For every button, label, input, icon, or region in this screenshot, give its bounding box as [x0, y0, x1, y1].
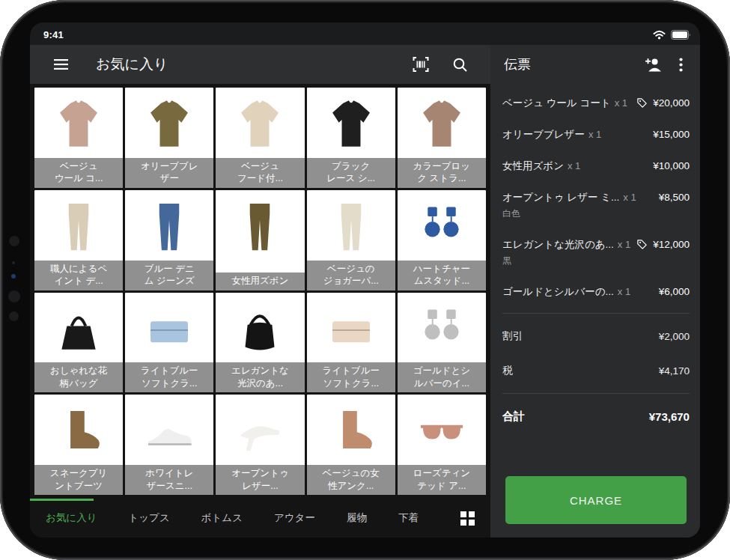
item-quantity: x 1 — [623, 192, 636, 203]
charge-button[interactable]: CHARGE — [505, 476, 687, 524]
add-customer-icon[interactable] — [640, 52, 666, 77]
tab-5[interactable]: 下着 — [383, 511, 434, 525]
wifi-icon — [653, 30, 666, 40]
lace-shirt-icon — [322, 94, 380, 154]
item-price: ¥6,000 — [659, 286, 690, 297]
item-name: 女性用ズボンx 1 — [502, 159, 647, 173]
item-quantity: x 1 — [568, 160, 580, 171]
ticket-title: 伝票 — [504, 55, 640, 73]
product-tile[interactable]: オープントゥ レザー... — [216, 395, 304, 495]
tab-3[interactable]: アウター — [258, 511, 331, 525]
item-name: オリーブブレザーx 1 — [502, 128, 647, 141]
ticket-item[interactable]: エレガントな光沢のあ...x 1黒¥12,000 — [502, 229, 690, 276]
discount-label: 割引 — [502, 329, 523, 343]
item-name: エレガントな光沢のあ...x 1 — [502, 238, 630, 252]
item-variant: 黒 — [502, 255, 630, 267]
product-label: カラーブロッ ク ストラ... — [398, 158, 486, 188]
tag-icon — [636, 239, 648, 250]
product-tile[interactable]: ブラック レース シ... — [307, 88, 395, 188]
catalog-section: お気に入り — [30, 45, 490, 538]
item-price: ¥15,000 — [653, 129, 690, 140]
product-tile[interactable]: ベージュの女 性アンク... — [307, 395, 395, 495]
product-tile[interactable]: ベージュの ジョガーパ... — [307, 190, 395, 290]
item-name: オープントゥ レザー ミ...x 1 — [502, 191, 653, 204]
product-tile[interactable]: ライトブルー ソフトクラ... — [307, 293, 395, 393]
ticket-items: ベージュ ウール コートx 1¥20,000オリーブブレザーx 1¥15,000… — [490, 84, 700, 308]
product-label: おしゃれな花 柄バッグ — [34, 362, 123, 392]
product-tile[interactable]: ベージュ ウール コ... — [34, 88, 123, 188]
overflow-menu-icon[interactable] — [669, 52, 694, 77]
ticket-item[interactable]: オリーブブレザーx 1¥15,000 — [502, 119, 690, 150]
page-title: お気に入り — [96, 55, 168, 74]
discount-row[interactable]: 割引 ¥2,000 — [490, 319, 700, 353]
ticket-panel: 伝票 — [490, 45, 700, 538]
floral-bag-icon — [49, 299, 108, 359]
tab-favorites[interactable]: お気に入り — [30, 511, 112, 525]
ipad-mockup: 9:41 — [0, 0, 730, 560]
product-tile[interactable]: ブルー デニ ム ジーンズ — [125, 190, 213, 290]
product-tile[interactable]: 女性用ズボン — [216, 190, 304, 290]
ticket-item[interactable]: ゴールドとシルバーの...x 1¥6,000 — [502, 276, 690, 308]
sensor-dot-2 — [9, 311, 19, 321]
menu-button[interactable] — [48, 52, 73, 77]
product-tile[interactable]: オリーブブレ ザー — [125, 88, 213, 188]
tab-1[interactable]: トップス — [112, 511, 185, 525]
tab-2[interactable]: ボトムス — [186, 511, 258, 525]
joggers-icon — [322, 197, 380, 257]
search-icon[interactable] — [447, 52, 472, 77]
mule-icon — [231, 402, 289, 462]
sunglasses-icon — [413, 402, 471, 462]
item-price: ¥12,000 — [653, 239, 690, 250]
soft-clutch-icon — [322, 299, 380, 359]
product-label: ホワイトレ ザースニ... — [125, 465, 213, 495]
tag-icon — [636, 97, 648, 109]
product-tile[interactable]: ゴールドとシ ルバーのイ... — [398, 293, 486, 393]
ticket-item[interactable]: オープントゥ レザー ミ...x 1白色¥8,500 — [502, 182, 690, 229]
total-label: 合計 — [502, 410, 525, 424]
hoop-earrings-icon — [413, 299, 471, 359]
product-tile[interactable]: ベージュ フード付... — [216, 88, 304, 188]
front-camera-lens — [8, 290, 20, 302]
ticket-item[interactable]: 女性用ズボンx 1¥10,000 — [502, 150, 690, 182]
grid-view-icon[interactable] — [454, 505, 480, 531]
product-label: オリーブブレ ザー — [125, 158, 213, 188]
item-quantity: x 1 — [618, 286, 630, 297]
product-tile[interactable]: ホワイトレ ザースニ... — [125, 395, 213, 495]
item-quantity: x 1 — [615, 97, 627, 109]
total-row: 合計 ¥73,670 — [490, 399, 700, 434]
bucket-bag-icon — [231, 299, 289, 359]
product-tile[interactable]: カラーブロッ ク ストラ... — [398, 88, 486, 188]
tax-label: 税 — [502, 364, 513, 377]
sweater-icon — [413, 94, 471, 154]
product-label: ベージュ フード付... — [216, 158, 304, 188]
barcode-scan-button[interactable] — [408, 52, 434, 77]
snake-boots-icon — [49, 402, 108, 462]
product-tile[interactable]: おしゃれな花 柄バッグ — [34, 293, 123, 393]
sneaker-icon — [140, 402, 198, 462]
tax-row[interactable]: 税 ¥4,170 — [490, 353, 700, 388]
sensor-dot — [12, 261, 15, 264]
product-label: エレガントな 光沢のあ... — [216, 362, 304, 392]
product-label: スネークプリ ントブーツ — [34, 465, 123, 495]
product-tile[interactable]: 職人によるペ イント デ... — [34, 190, 123, 290]
product-label: ライトブルー ソフトクラ... — [307, 362, 395, 392]
product-tile[interactable]: スネークプリ ントブーツ — [34, 395, 123, 495]
product-tile[interactable]: ハートチャー ムスタッド... — [398, 190, 486, 290]
tab-4[interactable]: 履物 — [331, 511, 383, 525]
item-quantity: x 1 — [588, 129, 601, 140]
clock: 9:41 — [43, 29, 64, 40]
product-tile[interactable]: エレガントな 光沢のあ... — [216, 293, 304, 393]
tax-amount: ¥4,170 — [659, 365, 690, 377]
trousers-icon — [231, 197, 289, 257]
product-tile[interactable]: ライトブルー ソフトクラ... — [125, 293, 213, 393]
paint-pants-icon — [49, 197, 108, 257]
ticket-item[interactable]: ベージュ ウール コートx 1¥20,000 — [502, 88, 690, 119]
product-label: ローズティン テッド ア... — [398, 465, 486, 495]
item-price: ¥10,000 — [653, 160, 690, 171]
battery-icon — [671, 30, 691, 40]
product-tile[interactable]: ローズティン テッド ア... — [398, 395, 486, 495]
product-label: 職人によるペ イント デ... — [34, 261, 123, 290]
product-label: オープントゥ レザー... — [216, 465, 304, 495]
item-price: ¥20,000 — [653, 97, 690, 109]
product-grid: ベージュ ウール コ...オリーブブレ ザーベージュ フード付...ブラック レ… — [30, 84, 490, 499]
